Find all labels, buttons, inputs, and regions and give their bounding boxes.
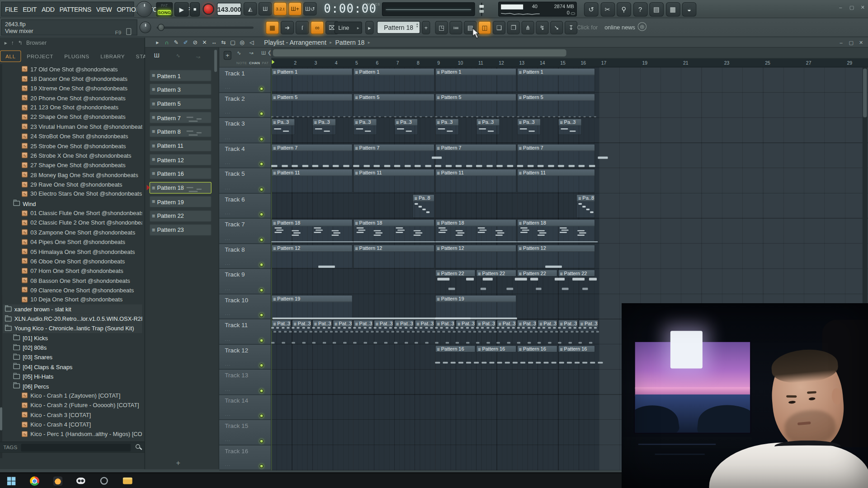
browser-tab-project[interactable]: PROJECT [21, 50, 59, 62]
plugin-icon[interactable]: ⋔ [521, 21, 534, 34]
save-render-icon[interactable]: ▦ [665, 2, 680, 17]
slide-icon[interactable]: ſ [296, 21, 309, 34]
track-enable-led[interactable] [259, 162, 264, 166]
browser-file[interactable]: ∿23 Virutal Human One Shot @shondonbeats [3, 122, 142, 131]
pattern-clip[interactable]: ≣Pat..3 [271, 320, 291, 332]
save-icon[interactable]: ▤ [649, 2, 664, 17]
track-options-dots[interactable]: ··· [225, 136, 231, 141]
snap-selector[interactable]: Line ▸ [335, 22, 362, 34]
automation-clip-icon[interactable]: ↝ [249, 50, 253, 56]
step-seq-icon[interactable]: ≔ [449, 21, 462, 34]
pattern-clip[interactable]: ≣Pattern 11 [517, 169, 595, 192]
track-options-dots[interactable]: ··· [225, 438, 231, 443]
chrome-icon[interactable] [28, 475, 41, 487]
pattern-clip[interactable]: ≣Pattern 1 [353, 68, 434, 92]
record-button[interactable] [203, 3, 214, 15]
select-icon[interactable]: ▢ [228, 39, 237, 45]
browser-file[interactable]: ∿09 Clarence One Short @shondonbeats [3, 285, 142, 295]
browser-file[interactable]: ∿19 Xtreme One Shot @shondonbeats [3, 84, 142, 93]
snap-arrow-button[interactable]: ▸ [365, 21, 373, 34]
pattern-clip[interactable]: ≣Pattern 12 [271, 244, 353, 268]
playlist-hscroll[interactable]: ❮ [271, 47, 868, 58]
pattern-clip[interactable]: ≣Pattern 7 [353, 144, 434, 168]
mute-icon[interactable]: ✕ [200, 39, 209, 45]
touch-icon[interactable]: ↯ [536, 21, 548, 34]
close-button[interactable]: ✕ [858, 3, 868, 10]
add-pattern-button[interactable]: + [422, 21, 430, 34]
browser-file[interactable]: ∿Kico - Crash 1 (Zaytoven) [COTAT] [3, 391, 142, 400]
slider-handle[interactable] [158, 24, 165, 31]
menu-add[interactable]: ADD [42, 6, 55, 13]
link-icon[interactable]: ∞ [311, 21, 324, 34]
track-enable-led[interactable] [259, 112, 264, 116]
chat-icon[interactable]: ◒ [682, 2, 697, 17]
vscroll-thumb[interactable] [863, 69, 867, 117]
browser-file[interactable]: ∿Kico - Crash 4 [COTAT] [3, 420, 142, 429]
song-mode-toggle[interactable]: PAT SONG [156, 2, 173, 17]
pattern-clip[interactable]: ≣Pattern 16 [435, 345, 475, 352]
track-enable-led[interactable] [259, 263, 264, 267]
browser-file[interactable]: ∿Kico - Rim 1 (+Reverb) [COTAT] [3, 439, 142, 439]
track-header[interactable]: Track 2··· [219, 93, 271, 118]
browser-file[interactable]: ∿22 Shape One Shot @shondonbeats [3, 112, 142, 122]
source-label-chan[interactable]: CHAN [249, 61, 260, 65]
pattern-clip[interactable]: ≣Pattern 12 [435, 244, 516, 268]
browser-tab-plugins[interactable]: PLUGINS [59, 50, 95, 62]
pattern-clip[interactable]: ≣Pat..3 [292, 320, 311, 332]
pattern-item[interactable]: ≣Pattern 12 [150, 154, 212, 166]
pattern-item[interactable]: ≣Pattern 11 [150, 140, 212, 151]
typing-keyboard-icon[interactable]: Ш [259, 2, 272, 15]
import-icon[interactable]: ↧ [565, 21, 577, 34]
pattern-clip[interactable]: ≣Pat..3 [435, 320, 455, 332]
discord-icon[interactable] [74, 475, 87, 487]
pattern-clip[interactable]: ≣Pattern 16 [517, 345, 557, 352]
browser-tab-all[interactable]: ALL [0, 50, 21, 62]
pattern-clip[interactable]: ≣Pat..3 [579, 320, 599, 332]
browser-file[interactable]: ∿24 StroBot One Shot @shondonbeats [3, 131, 142, 141]
track-header[interactable]: Track 5··· [219, 168, 271, 193]
browser-file[interactable]: ∿25 Strobe One Shot @shondonbeats [3, 141, 142, 150]
track-header[interactable]: Track 10··· [219, 294, 271, 319]
pattern-clip[interactable]: ≣Pattern 16 [476, 345, 516, 352]
browser-file[interactable]: ∿29 Rave One Shot @shondonbeats [3, 179, 142, 189]
pattern-clip[interactable]: ≣Pattern 18 [271, 219, 353, 243]
pattern-clip[interactable]: ≣Pattern 5 [517, 93, 595, 117]
pattern-item[interactable]: ≣Pattern 22 [150, 210, 212, 222]
pattern-clip[interactable]: ≣Pattern 12 [353, 244, 434, 268]
new-file-icon[interactable]: ❏ [493, 21, 505, 34]
pattern-clip[interactable]: ≣Pattern 22 [435, 269, 475, 277]
track-enable-led[interactable] [259, 439, 264, 443]
pattern-selector[interactable]: Pattern 18 ▲▼ [377, 21, 420, 34]
browser-file[interactable]: ∿01 Classic Flute One Short @shondonbeat… [3, 208, 142, 218]
track-options-dots[interactable]: ··· [225, 236, 231, 241]
pattern-clip[interactable]: ≣Pattern 18 [435, 219, 516, 243]
blend-notes-icon[interactable]: Ш+ [288, 2, 302, 15]
browser-file[interactable]: ∿03 Zampone One Short @shondonbeats [3, 227, 142, 237]
browser-file[interactable]: ∿Kico - Crash 2 (Future - Oooooh) [COTAT… [3, 400, 142, 410]
source-label-pat[interactable]: PAT [262, 61, 269, 65]
pattern-clip[interactable]: ≣Pattern 11 [435, 169, 516, 192]
pattern-item[interactable]: ≣Pattern 5 [150, 98, 212, 109]
track-enable-led[interactable] [259, 87, 264, 91]
play-button[interactable]: ▶ [175, 2, 189, 17]
copy-icon[interactable]: ❐ [507, 21, 520, 34]
track-enable-led[interactable] [259, 363, 264, 367]
pattern-clip[interactable]: ≣Pattern 19 [271, 295, 353, 319]
browser-file[interactable]: ∿27 Shape One Shot @shondonbeats [3, 160, 142, 170]
track-options-dots[interactable]: ··· [225, 186, 231, 191]
pattern-item[interactable]: ≣Pattern 19 [150, 196, 212, 208]
main-volume-knob[interactable] [136, 1, 152, 17]
pattern-clip[interactable]: ≣Pattern 22 [517, 269, 557, 277]
browser-folder[interactable]: [04] Claps & Snaps [3, 362, 142, 371]
browser-file[interactable]: ∿02 Classic Flute 2 One Short @shondonbe… [3, 218, 142, 227]
menu-edit[interactable]: EDIT [23, 6, 37, 13]
pattern-clip-icon[interactable]: Ш [261, 50, 266, 56]
pattern-clip[interactable]: ≣Pattern 22 [558, 269, 595, 277]
playlist-close-button[interactable]: ✕ [856, 39, 866, 46]
browser-file[interactable]: ∿17 Old One Shot @shondonbeats [3, 64, 142, 74]
track-header[interactable]: Track 9··· [219, 269, 271, 294]
track-header[interactable]: Track 15··· [219, 420, 271, 445]
browser-file[interactable]: ∿20 Phone One Shot @shondonbeats [3, 93, 142, 103]
track-header[interactable]: Track 14··· [219, 395, 271, 420]
browser-file[interactable]: ∿18 Dancer One Shot @shondonbeats [3, 74, 142, 83]
